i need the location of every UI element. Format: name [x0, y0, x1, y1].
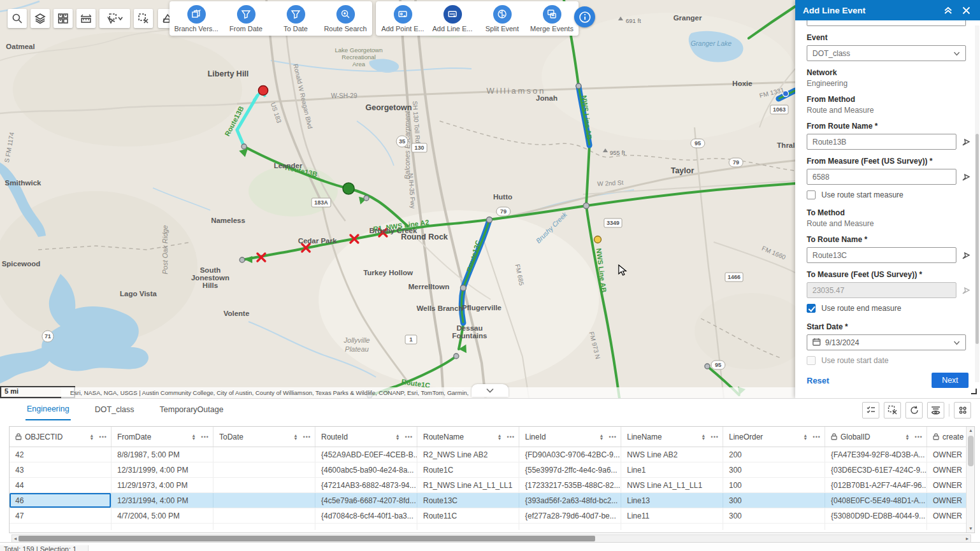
split-event-button[interactable]: Split Event	[482, 5, 522, 32]
from-measure-input[interactable]: 6588	[807, 169, 956, 185]
from-date-button[interactable]: From Date	[226, 5, 266, 32]
tab-dot-class[interactable]: DOT_class	[94, 400, 136, 420]
clear-selection-button[interactable]	[134, 9, 153, 28]
cell-lineorder[interactable]: 300	[723, 462, 825, 477]
column-header-todate[interactable]: ToDate▲▼•••	[213, 427, 315, 447]
column-header-routeid[interactable]: RouteId▲▼•••	[315, 427, 417, 447]
cell-routeid[interactable]: {4d7084c8-6cf4-40f1-ba3...	[315, 508, 417, 523]
close-panel-button[interactable]	[960, 4, 972, 17]
table-row-clipped[interactable]	[10, 524, 974, 530]
column-menu-icon[interactable]: •••	[99, 434, 107, 440]
measure-tool-button[interactable]	[76, 9, 96, 28]
table-row-selected[interactable]: 4612/31/1994, 4:00 PM{4c5e79a6-6687-4207…	[10, 493, 974, 508]
tab-engineering[interactable]: Engineering	[25, 399, 71, 420]
scrollbar-thumb[interactable]	[976, 134, 979, 344]
scrollbar-thumb[interactable]	[18, 536, 595, 541]
cell-routeid[interactable]: {452A9ABD-E0EF-4CEB-B...	[315, 447, 417, 462]
column-menu-icon[interactable]: •••	[711, 434, 719, 440]
from-route-name-input[interactable]: Route13B	[807, 134, 956, 150]
cell-fromdate[interactable]: 12/31/1994, 4:00 PM	[112, 493, 213, 508]
panel-scrollbar[interactable]	[975, 25, 979, 382]
cell-linename[interactable]: Line1	[621, 462, 723, 477]
cell-linename[interactable]: Line13	[621, 493, 723, 508]
start-date-input[interactable]: 9/13/2024	[807, 334, 966, 350]
cell-objectid[interactable]: 44	[10, 478, 112, 492]
cell-fromdate[interactable]: 11/29/1973, 4:00 PM	[112, 478, 213, 492]
sort-icon[interactable]: ▲▼	[294, 434, 298, 440]
table-row[interactable]: 4312/31/1999, 4:00 PM{4600abc5-ba90-4e24…	[10, 462, 974, 478]
scroll-right-arrow[interactable]: ►	[964, 535, 970, 542]
sort-icon[interactable]: ▲▼	[192, 434, 196, 440]
sort-icon[interactable]: ▲▼	[702, 434, 706, 440]
attribution-collapse-button[interactable]	[472, 384, 508, 397]
select-tool-button[interactable]	[99, 9, 130, 28]
cell-linename[interactable]: Line11	[621, 508, 723, 523]
cell-lineorder[interactable]: 100	[723, 478, 825, 492]
table-options-button[interactable]	[954, 402, 971, 419]
route-search-button[interactable]: Route Search	[325, 5, 366, 32]
sort-icon[interactable]: ▲▼	[905, 434, 910, 440]
cell-routename[interactable]: R1_NWS Line A1_L1_LL1	[417, 478, 519, 492]
cell-routename[interactable]: Route13C	[417, 493, 519, 508]
table-row[interactable]: 4411/29/1973, 4:00 PM{47214AB3-6882-4873…	[10, 478, 974, 493]
map-picker-icon[interactable]	[961, 172, 971, 182]
basemap-gallery-button[interactable]	[54, 9, 73, 28]
cell-todate[interactable]	[213, 447, 315, 462]
cell-globalid[interactable]: {03D6EC3D-61E7-424C-9...	[825, 462, 927, 477]
use-route-end-measure-checkbox[interactable]	[807, 304, 816, 313]
cell-routeid[interactable]: {4c5e79a6-6687-4207-8fd...	[315, 493, 417, 508]
scroll-up-arrow[interactable]: ▲	[967, 427, 975, 434]
cell-globalid[interactable]: {FA47E394-92F8-4D3B-A...	[825, 447, 927, 462]
column-header-routename[interactable]: RouteName▲▼•••	[417, 427, 519, 447]
cell-todate[interactable]	[213, 478, 315, 492]
add-line-event-button[interactable]: Add Line E...	[432, 5, 473, 32]
cell-objectid[interactable]: 47	[10, 508, 112, 523]
cell-routeid[interactable]: {4600abc5-ba90-4e24-8a...	[315, 462, 417, 477]
refresh-table-button[interactable]	[905, 402, 923, 419]
cell-lineid[interactable]: {55e3997d-2ffc-4e4c-9a6...	[519, 462, 621, 477]
cell-lineid[interactable]: {393ad56f-2a63-48fd-bc2...	[519, 493, 621, 508]
next-button[interactable]: Next	[932, 373, 969, 388]
cell-objectid[interactable]: 43	[10, 462, 112, 477]
show-selected-records-button[interactable]	[862, 402, 879, 419]
cell-globalid[interactable]: {53080D9D-ED8B-4044-9...	[825, 508, 927, 523]
scroll-down-arrow[interactable]: ▼	[967, 525, 975, 533]
cell-routename[interactable]: Route11C	[417, 508, 519, 523]
map-picker-icon[interactable]	[961, 250, 971, 261]
cell-lineid[interactable]: {ef277a28-79d6-40d7-be...	[519, 508, 621, 523]
to-route-name-input[interactable]: Route13C	[807, 247, 956, 263]
cell-lineorder[interactable]: 300	[723, 493, 825, 508]
clipped-field[interactable]	[807, 20, 966, 26]
cell-lineid[interactable]: {17233217-535B-488C-82...	[519, 478, 621, 492]
column-menu-icon[interactable]: •••	[201, 434, 209, 440]
event-select[interactable]: DOT_class	[807, 45, 966, 61]
sort-icon[interactable]: ▲▼	[396, 434, 400, 440]
column-header-lineorder[interactable]: LineOrder▲▼•••	[723, 427, 825, 447]
search-tool-button[interactable]	[8, 9, 27, 28]
use-route-start-measure-checkbox[interactable]	[807, 190, 816, 199]
cell-lineid[interactable]: {FD90A03C-9706-42BC-9...	[519, 447, 621, 462]
collapse-panel-button[interactable]	[942, 4, 955, 17]
cell-routename[interactable]: Route1C	[417, 462, 519, 477]
sort-icon[interactable]: ▲▼	[600, 434, 604, 440]
sort-icon[interactable]: ▲▼	[803, 434, 808, 440]
column-menu-icon[interactable]: •••	[915, 434, 923, 440]
column-menu-icon[interactable]: •••	[609, 434, 617, 440]
cell-todate[interactable]	[213, 508, 315, 523]
scrollbar-thumb[interactable]	[968, 436, 974, 466]
map-picker-icon[interactable]	[961, 137, 971, 147]
clear-table-selection-button[interactable]	[884, 402, 901, 419]
column-menu-icon[interactable]: •••	[813, 434, 821, 440]
column-header-objectid[interactable]: OBJECTID▲▼•••	[10, 427, 112, 447]
column-menu-icon[interactable]: •••	[303, 434, 311, 440]
sort-icon[interactable]: ▲▼	[90, 434, 94, 440]
merge-events-button[interactable]: Merge Events	[531, 5, 572, 32]
table-row[interactable]: 474/7/2004, 5:00 PM{4d7084c8-6cf4-40f1-b…	[10, 508, 974, 524]
to-date-button[interactable]: To Date	[275, 5, 316, 32]
tab-temporary-outage[interactable]: TemporaryOutage	[159, 400, 225, 420]
cell-globalid[interactable]: {0408E0FC-5E49-48D1-A...	[825, 493, 927, 508]
panel-resize-handle[interactable]	[971, 389, 977, 394]
info-button[interactable]	[574, 6, 595, 27]
column-menu-icon[interactable]: •••	[507, 434, 515, 440]
branch-versions-button[interactable]: Branch Vers...	[176, 5, 217, 32]
